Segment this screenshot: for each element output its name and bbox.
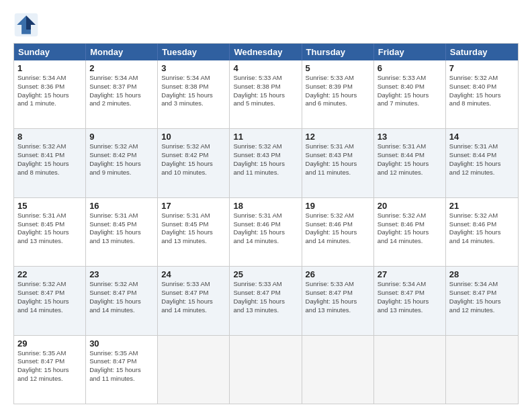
day-number: 12 <box>306 132 370 142</box>
day-info: Sunrise: 5:35 AMSunset: 8:47 PMDaylight:… <box>89 349 154 383</box>
day-cell-7: 7Sunrise: 5:32 AMSunset: 8:40 PMDaylight… <box>446 60 518 128</box>
day-number: 18 <box>233 201 298 211</box>
day-number: 13 <box>378 132 442 142</box>
day-cell-22: 22Sunrise: 5:32 AMSunset: 8:47 PMDayligh… <box>14 267 86 334</box>
day-cell-14: 14Sunrise: 5:31 AMSunset: 8:44 PMDayligh… <box>446 129 518 197</box>
day-cell-empty-4-2 <box>158 336 230 404</box>
day-number: 19 <box>306 201 370 211</box>
header-day-tuesday: Tuesday <box>158 44 230 60</box>
day-number: 1 <box>17 63 82 73</box>
day-cell-19: 19Sunrise: 5:32 AMSunset: 8:46 PMDayligh… <box>302 198 374 266</box>
day-info: Sunrise: 5:32 AMSunset: 8:46 PMDaylight:… <box>449 212 515 246</box>
day-info: Sunrise: 5:31 AMSunset: 8:46 PMDaylight:… <box>233 212 298 246</box>
day-cell-4: 4Sunrise: 5:33 AMSunset: 8:38 PMDaylight… <box>230 60 302 128</box>
day-info: Sunrise: 5:31 AMSunset: 8:44 PMDaylight:… <box>449 142 515 177</box>
day-cell-21: 21Sunrise: 5:32 AMSunset: 8:46 PMDayligh… <box>446 198 518 266</box>
day-info: Sunrise: 5:34 AMSunset: 8:47 PMDaylight:… <box>449 280 515 314</box>
day-cell-2: 2Sunrise: 5:34 AMSunset: 8:37 PMDaylight… <box>86 60 158 128</box>
day-number: 3 <box>161 63 226 73</box>
day-number: 21 <box>449 201 515 211</box>
day-number: 6 <box>378 63 442 73</box>
day-info: Sunrise: 5:33 AMSunset: 8:47 PMDaylight:… <box>161 280 226 314</box>
day-cell-20: 20Sunrise: 5:32 AMSunset: 8:46 PMDayligh… <box>374 198 446 266</box>
day-number: 22 <box>17 269 82 279</box>
day-info: Sunrise: 5:33 AMSunset: 8:39 PMDaylight:… <box>306 74 370 108</box>
day-cell-25: 25Sunrise: 5:33 AMSunset: 8:47 PMDayligh… <box>230 267 302 334</box>
day-cell-12: 12Sunrise: 5:31 AMSunset: 8:43 PMDayligh… <box>302 129 374 197</box>
day-number: 4 <box>233 63 298 73</box>
day-cell-30: 30Sunrise: 5:35 AMSunset: 8:47 PMDayligh… <box>86 336 158 404</box>
day-cell-18: 18Sunrise: 5:31 AMSunset: 8:46 PMDayligh… <box>230 198 302 266</box>
header-day-sunday: Sunday <box>14 44 86 60</box>
day-number: 29 <box>17 338 82 349</box>
day-cell-empty-4-6 <box>446 336 518 404</box>
day-info: Sunrise: 5:34 AMSunset: 8:47 PMDaylight:… <box>378 280 442 314</box>
day-number: 8 <box>17 132 82 142</box>
day-cell-29: 29Sunrise: 5:35 AMSunset: 8:47 PMDayligh… <box>14 336 86 404</box>
day-cell-23: 23Sunrise: 5:32 AMSunset: 8:47 PMDayligh… <box>86 267 158 334</box>
day-cell-17: 17Sunrise: 5:31 AMSunset: 8:45 PMDayligh… <box>158 198 230 266</box>
day-number: 10 <box>161 132 226 142</box>
day-number: 28 <box>449 269 515 279</box>
day-info: Sunrise: 5:31 AMSunset: 8:45 PMDaylight:… <box>89 212 154 246</box>
day-cell-9: 9Sunrise: 5:32 AMSunset: 8:42 PMDaylight… <box>86 129 158 197</box>
calendar-row-1: 8Sunrise: 5:32 AMSunset: 8:41 PMDaylight… <box>14 129 518 197</box>
day-info: Sunrise: 5:31 AMSunset: 8:45 PMDaylight:… <box>17 212 82 246</box>
day-number: 7 <box>449 63 515 73</box>
day-info: Sunrise: 5:32 AMSunset: 8:47 PMDaylight:… <box>89 280 154 314</box>
day-cell-5: 5Sunrise: 5:33 AMSunset: 8:39 PMDaylight… <box>302 60 374 128</box>
day-info: Sunrise: 5:32 AMSunset: 8:40 PMDaylight:… <box>449 74 515 108</box>
calendar-row-2: 15Sunrise: 5:31 AMSunset: 8:45 PMDayligh… <box>14 198 518 267</box>
day-number: 26 <box>306 269 370 279</box>
day-number: 5 <box>306 63 370 73</box>
day-cell-16: 16Sunrise: 5:31 AMSunset: 8:45 PMDayligh… <box>86 198 158 266</box>
header-day-monday: Monday <box>86 44 158 60</box>
day-info: Sunrise: 5:31 AMSunset: 8:45 PMDaylight:… <box>161 212 226 246</box>
calendar-row-4: 29Sunrise: 5:35 AMSunset: 8:47 PMDayligh… <box>14 336 518 404</box>
day-cell-empty-4-4 <box>302 336 374 404</box>
day-number: 11 <box>233 132 298 142</box>
calendar-row-0: 1Sunrise: 5:34 AMSunset: 8:36 PMDaylight… <box>14 60 518 129</box>
day-info: Sunrise: 5:34 AMSunset: 8:37 PMDaylight:… <box>89 74 154 108</box>
day-info: Sunrise: 5:33 AMSunset: 8:47 PMDaylight:… <box>306 280 370 314</box>
day-number: 14 <box>449 132 515 142</box>
day-cell-27: 27Sunrise: 5:34 AMSunset: 8:47 PMDayligh… <box>374 267 446 334</box>
calendar-row-3: 22Sunrise: 5:32 AMSunset: 8:47 PMDayligh… <box>14 267 518 335</box>
day-cell-8: 8Sunrise: 5:32 AMSunset: 8:41 PMDaylight… <box>14 129 86 197</box>
calendar-body: 1Sunrise: 5:34 AMSunset: 8:36 PMDaylight… <box>14 60 518 404</box>
day-info: Sunrise: 5:35 AMSunset: 8:47 PMDaylight:… <box>17 349 82 383</box>
day-number: 24 <box>161 269 226 279</box>
header-day-thursday: Thursday <box>302 44 374 60</box>
day-cell-empty-4-5 <box>374 336 446 404</box>
day-number: 2 <box>89 63 154 73</box>
day-cell-28: 28Sunrise: 5:34 AMSunset: 8:47 PMDayligh… <box>446 267 518 334</box>
header-day-friday: Friday <box>374 44 446 60</box>
day-info: Sunrise: 5:31 AMSunset: 8:44 PMDaylight:… <box>378 142 442 177</box>
day-number: 27 <box>378 269 442 279</box>
header-day-wednesday: Wednesday <box>230 44 302 60</box>
calendar: SundayMondayTuesdayWednesdayThursdayFrid… <box>13 43 519 404</box>
day-number: 17 <box>161 201 226 211</box>
calendar-header: SundayMondayTuesdayWednesdayThursdayFrid… <box>14 44 518 60</box>
day-cell-15: 15Sunrise: 5:31 AMSunset: 8:45 PMDayligh… <box>14 198 86 266</box>
day-cell-13: 13Sunrise: 5:31 AMSunset: 8:44 PMDayligh… <box>374 129 446 197</box>
day-number: 23 <box>89 269 154 279</box>
day-cell-3: 3Sunrise: 5:34 AMSunset: 8:38 PMDaylight… <box>158 60 230 128</box>
day-info: Sunrise: 5:31 AMSunset: 8:43 PMDaylight:… <box>306 142 370 177</box>
day-info: Sunrise: 5:32 AMSunset: 8:41 PMDaylight:… <box>17 142 82 177</box>
day-info: Sunrise: 5:32 AMSunset: 8:42 PMDaylight:… <box>89 142 154 177</box>
day-number: 16 <box>89 201 154 211</box>
day-cell-6: 6Sunrise: 5:33 AMSunset: 8:40 PMDaylight… <box>374 60 446 128</box>
header-day-saturday: Saturday <box>446 44 518 60</box>
day-cell-24: 24Sunrise: 5:33 AMSunset: 8:47 PMDayligh… <box>158 267 230 334</box>
day-info: Sunrise: 5:33 AMSunset: 8:47 PMDaylight:… <box>233 280 298 314</box>
day-cell-26: 26Sunrise: 5:33 AMSunset: 8:47 PMDayligh… <box>302 267 374 334</box>
day-cell-11: 11Sunrise: 5:32 AMSunset: 8:43 PMDayligh… <box>230 129 302 197</box>
day-info: Sunrise: 5:32 AMSunset: 8:43 PMDaylight:… <box>233 142 298 177</box>
day-number: 30 <box>89 338 154 349</box>
logo-icon <box>13 12 39 38</box>
day-number: 15 <box>17 201 82 211</box>
day-number: 20 <box>378 201 442 211</box>
day-info: Sunrise: 5:33 AMSunset: 8:38 PMDaylight:… <box>233 74 298 108</box>
day-cell-empty-4-3 <box>230 336 302 404</box>
